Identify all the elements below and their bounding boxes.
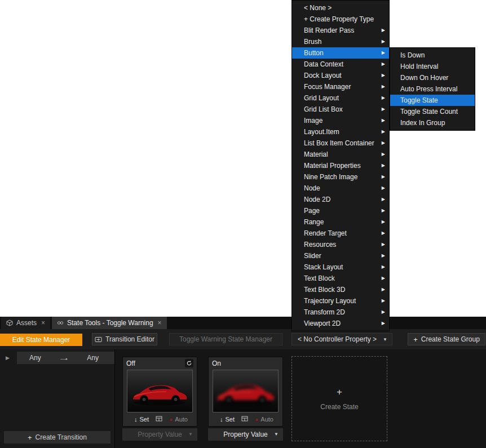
transition-editor-button[interactable]: Transition Editor — [92, 333, 157, 345]
set-button[interactable]: ↓ Set — [134, 416, 149, 423]
menu-item-create-property-type[interactable]: + Create Property Type — [292, 14, 389, 25]
property-value-dropdown-off[interactable]: Property Value ▼ — [122, 428, 197, 441]
tab-label: Assets — [16, 319, 37, 327]
car-image-sharp — [127, 370, 192, 412]
submenu-arrow-icon: ▶ — [382, 318, 385, 329]
submenu-arrow-icon: ▶ — [382, 160, 385, 171]
menu-item-dock-layout[interactable]: Dock Layout▶ — [292, 70, 389, 81]
create-state-button[interactable]: + Create State — [291, 356, 387, 441]
set-arrow-icon: ↓ — [134, 416, 138, 423]
state-preview-on — [213, 370, 279, 412]
menu-item-node-2d[interactable]: Node 2D▶ — [292, 194, 389, 205]
controller-property-dropdown[interactable]: < No Controller Property > ▼ — [291, 333, 392, 345]
submenu-arrow-icon: ▶ — [382, 171, 385, 183]
submenu-arrow-icon: ▶ — [382, 81, 385, 92]
transitions-panel: ▶ Any → Any + Create Transition — [0, 349, 115, 448]
assets-icon — [6, 320, 13, 326]
set-label: Set — [140, 416, 149, 423]
menu-item-grid-layout[interactable]: Grid Layout▶ — [292, 92, 389, 104]
submenu-arrow-icon: ▶ — [382, 284, 385, 295]
button-property-submenu: Is Down Hold Interval Down On Hover Auto… — [390, 47, 475, 131]
submenu-item-index-in-group[interactable]: Index In Group — [390, 117, 475, 128]
submenu-arrow-icon: ▶ — [382, 295, 385, 307]
state-tools-toolbar: Edit State Manager Transition Editor Tog… — [0, 329, 486, 349]
submenu-arrow-icon: ▶ — [382, 205, 385, 216]
plus-icon: + — [28, 433, 32, 442]
menu-item-material-properties[interactable]: Material Properties▶ — [292, 160, 389, 171]
menu-item-nine-patch-image[interactable]: Nine Patch Image▶ — [292, 171, 389, 183]
tab-close-icon[interactable]: × — [41, 319, 45, 327]
menu-item-image[interactable]: Image▶ — [292, 115, 389, 126]
menu-item-blit-render-pass[interactable]: Blit Render Pass▶ — [292, 25, 389, 36]
menu-item-range[interactable]: Range▶ — [292, 216, 389, 228]
tab-close-icon[interactable]: × — [158, 319, 162, 327]
menu-item-text-block[interactable]: Text Block▶ — [292, 273, 389, 284]
submenu-arrow-icon: ▶ — [382, 250, 385, 261]
property-type-menu: < None > + Create Property Type Blit Ren… — [291, 0, 390, 331]
create-transition-button[interactable]: + Create Transition — [4, 431, 111, 443]
create-state-group-label: Create State Group — [421, 335, 480, 343]
state-card-off[interactable]: Off ↓ — [122, 357, 197, 427]
menu-item-text-block-3d[interactable]: Text Block 3D▶ — [292, 284, 389, 295]
submenu-item-toggle-state-count[interactable]: Toggle State Count — [390, 106, 475, 117]
auto-toggle[interactable]: ● Auto — [255, 416, 273, 423]
submenu-arrow-icon: ▶ — [382, 70, 385, 81]
tab-state-tools[interactable]: State Tools - Toggle Warning × — [52, 317, 167, 329]
tab-assets[interactable]: Assets × — [1, 317, 50, 329]
expander-arrow-icon[interactable]: ▶ — [6, 355, 10, 361]
menu-item-node[interactable]: Node▶ — [292, 183, 389, 194]
submenu-arrow-icon: ▶ — [382, 307, 385, 318]
submenu-arrow-icon: ▶ — [382, 239, 385, 250]
panel-tab-bar: Assets × State Tools - Toggle Warning × — [0, 317, 486, 329]
submenu-item-hold-interval[interactable]: Hold Interval — [390, 61, 475, 72]
auto-toggle[interactable]: ● Auto — [169, 416, 188, 423]
state-card-on[interactable]: On ↓ Set — [208, 357, 283, 427]
menu-item-focus-manager[interactable]: Focus Manager▶ — [292, 81, 389, 92]
default-state-loop-icon — [185, 359, 193, 367]
transition-to: Any — [87, 354, 99, 362]
menu-item-none[interactable]: < None > — [292, 2, 389, 14]
submenu-arrow-icon: ▶ — [382, 273, 385, 284]
submenu-item-down-on-hover[interactable]: Down On Hover — [390, 72, 475, 83]
submenu-item-toggle-state[interactable]: Toggle State — [390, 95, 475, 106]
submenu-item-auto-press-interval[interactable]: Auto Press Interval — [390, 83, 475, 95]
set-button[interactable]: ↓ Set — [220, 416, 235, 423]
menu-item-material[interactable]: Material▶ — [292, 149, 389, 160]
menu-item-slider[interactable]: Slider▶ — [292, 250, 389, 261]
state-preview-off — [127, 370, 193, 412]
state-card-controls: ↓ Set ● Auto — [123, 414, 197, 424]
property-value-dropdown-on[interactable]: Property Value ▼ — [208, 428, 283, 441]
menu-item-trajectory-layout[interactable]: Trajectory Layout▶ — [292, 295, 389, 307]
property-table-icon[interactable] — [156, 414, 162, 424]
menu-item-button[interactable]: Button▶ — [292, 47, 389, 59]
menu-item-render-target[interactable]: Render Target▶ — [292, 228, 389, 239]
transition-row-any-any[interactable]: Any → Any — [17, 352, 114, 364]
menu-item-transform-2d[interactable]: Transform 2D▶ — [292, 307, 389, 318]
menu-item-brush[interactable]: Brush▶ — [292, 36, 389, 47]
property-table-icon[interactable] — [241, 414, 248, 424]
submenu-item-is-down[interactable]: Is Down — [390, 50, 475, 61]
state-card-header: On — [209, 357, 282, 369]
edit-state-manager-button[interactable]: Edit State Manager — [0, 334, 82, 346]
menu-item-viewport-2d[interactable]: Viewport 2D▶ — [292, 318, 389, 329]
transition-from: Any — [29, 354, 41, 362]
submenu-arrow-icon: ▶ — [382, 59, 385, 70]
menu-item-list-box-item-container[interactable]: List Box Item Container▶ — [292, 137, 389, 149]
set-label: Set — [226, 416, 235, 423]
create-state-group-button[interactable]: + Create State Group — [408, 333, 485, 345]
menu-item-stack-layout[interactable]: Stack Layout▶ — [292, 261, 389, 273]
submenu-arrow-icon: ▶ — [382, 92, 385, 104]
transition-arrow-icon: → — [58, 354, 70, 362]
menu-item-grid-list-box[interactable]: Grid List Box▶ — [292, 104, 389, 115]
submenu-arrow-icon: ▶ — [382, 137, 385, 149]
submenu-arrow-icon: ▶ — [382, 149, 385, 160]
menu-item-data-context[interactable]: Data Context▶ — [292, 59, 389, 70]
submenu-arrow-icon: ▶ — [382, 126, 385, 137]
app-root: Assets × State Tools - Toggle Warning × … — [0, 0, 486, 448]
transition-editor-icon — [95, 336, 102, 343]
menu-item-page[interactable]: Page▶ — [292, 205, 389, 216]
menu-item-resources[interactable]: Resources▶ — [292, 239, 389, 250]
submenu-arrow-icon: ▶ — [382, 216, 385, 228]
menu-item-layout-item[interactable]: Layout.Item▶ — [292, 126, 389, 137]
property-value-label: Property Value — [122, 428, 197, 441]
